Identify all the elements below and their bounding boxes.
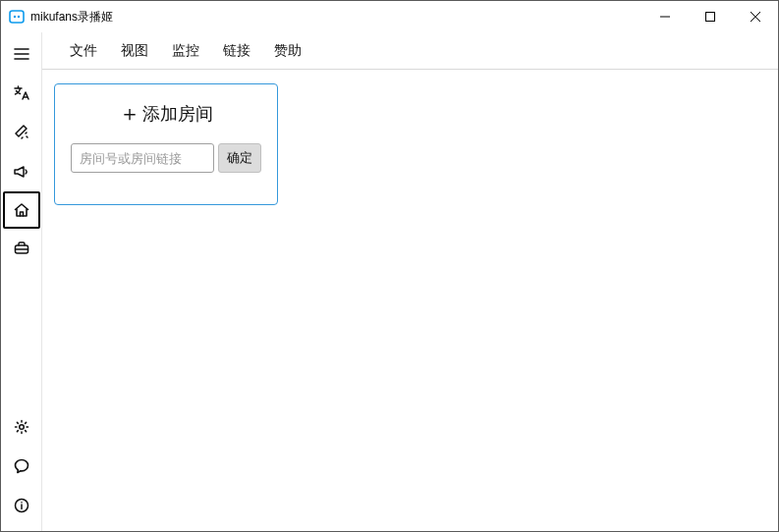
gear-icon [13,418,30,436]
sidebar-item-wand[interactable] [3,113,40,152]
home-icon [13,201,30,219]
sidebar-item-settings[interactable] [3,407,40,447]
sidebar-item-menu[interactable] [3,34,40,74]
menu-item-view[interactable]: 视图 [121,42,148,60]
feedback-icon [13,457,30,475]
sidebar-item-feedback[interactable] [3,447,40,486]
svg-rect-0 [10,11,24,23]
titlebar: mikufans录播姬 [1,1,778,32]
room-id-input[interactable] [71,143,214,173]
sidebar-bottom [1,407,41,525]
app-icon [9,9,25,25]
window-controls [642,1,778,32]
wand-icon [13,124,30,141]
svg-point-12 [19,425,24,430]
svg-rect-4 [706,13,715,22]
menu-icon [13,45,30,63]
menu-item-file[interactable]: 文件 [70,42,97,60]
svg-point-1 [14,16,16,18]
info-icon [13,497,30,514]
content-area: ＋添加房间 确定 [42,70,778,531]
sidebar [1,32,42,531]
plus-icon: ＋ [119,103,140,125]
menu-item-monitor[interactable]: 监控 [172,42,199,60]
sidebar-item-toolbox[interactable] [3,229,40,268]
menu-item-sponsor[interactable]: 赞助 [274,42,302,60]
svg-point-2 [18,16,20,18]
minimize-button[interactable] [642,1,688,32]
menu-item-link[interactable]: 链接 [223,42,250,60]
confirm-button[interactable]: 确定 [218,143,261,173]
main: 文件 视图 监控 链接 赞助 ＋添加房间 确定 [42,32,778,531]
app-body: 文件 视图 监控 链接 赞助 ＋添加房间 确定 [1,32,778,531]
add-room-row: 确定 [71,143,261,173]
confirm-button-label: 确定 [227,149,252,167]
translate-icon [13,84,30,102]
sidebar-top [1,34,41,268]
add-room-card: ＋添加房间 确定 [54,83,278,205]
maximize-button[interactable] [688,1,733,32]
add-room-title-text: 添加房间 [142,102,213,126]
window-title: mikufans录播姬 [30,9,113,26]
svg-point-15 [21,502,23,504]
toolbox-icon [13,239,30,257]
megaphone-icon [13,163,30,181]
sidebar-item-info[interactable] [3,486,40,525]
menubar: 文件 视图 监控 链接 赞助 [42,32,778,70]
sidebar-item-home[interactable] [3,191,40,229]
close-button[interactable] [733,1,778,32]
sidebar-item-translate[interactable] [3,74,40,113]
add-room-title: ＋添加房间 [119,102,213,126]
sidebar-item-megaphone[interactable] [3,152,40,191]
